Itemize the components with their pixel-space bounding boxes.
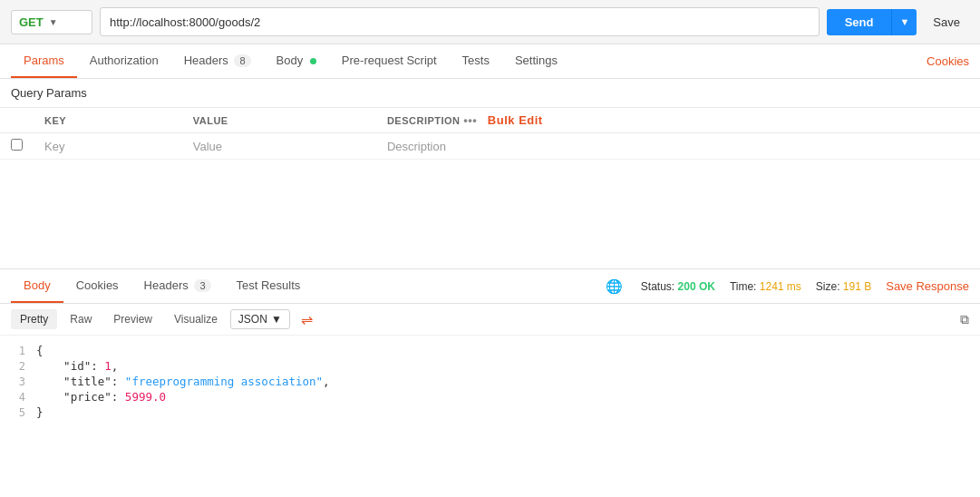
code-content-1: {: [36, 344, 44, 357]
tab-settings[interactable]: Settings: [502, 44, 570, 78]
code-line-2: 2 "id": 1,: [0, 358, 980, 374]
send-dropdown-button[interactable]: ▼: [891, 9, 917, 35]
save-button[interactable]: Save: [924, 9, 969, 35]
code-content-5: }: [36, 405, 44, 419]
params-empty-space: [0, 160, 980, 268]
query-params-label: Query Params: [0, 79, 980, 107]
th-description: DESCRIPTION ••• Bulk Edit: [376, 108, 980, 133]
code-content-4: "price": 5999.0: [36, 390, 166, 404]
copy-icon[interactable]: ⧉: [960, 312, 969, 327]
row-checkbox-cell: [0, 133, 34, 160]
body-dot: [310, 58, 316, 64]
response-tab-body[interactable]: Body: [11, 269, 63, 303]
size-label: Size: 191 B: [816, 280, 871, 293]
headers-badge: 8: [234, 54, 250, 67]
row-checkbox[interactable]: [11, 139, 23, 151]
status-label: Status: 200 OK: [641, 280, 715, 293]
fmt-tab-preview[interactable]: Preview: [104, 309, 161, 329]
response-tabs: Body Cookies Headers 3 Test Results 🌐 St…: [0, 269, 980, 304]
response-section: Body Cookies Headers 3 Test Results 🌐 St…: [0, 268, 980, 427]
row-description[interactable]: Description: [376, 133, 980, 160]
code-area: 1 { 2 "id": 1, 3 "title": "freeprogrammi…: [0, 336, 980, 427]
line-num-2: 2: [0, 360, 36, 373]
globe-icon: 🌐: [606, 278, 623, 295]
json-type-label: JSON: [238, 313, 267, 326]
response-status-area: 🌐 Status: 200 OK Time: 1241 ms Size: 191…: [606, 278, 969, 295]
send-btn-group: Send ▼: [827, 9, 917, 35]
tab-tests[interactable]: Tests: [450, 44, 502, 78]
line-num-1: 1: [0, 345, 36, 357]
tab-authorization[interactable]: Authorization: [77, 44, 171, 78]
status-value: 200 OK: [678, 280, 715, 293]
params-table: KEY VALUE DESCRIPTION ••• Bulk Edit Key …: [0, 107, 980, 160]
fmt-tab-pretty[interactable]: Pretty: [11, 309, 57, 329]
json-chevron-icon: ▼: [271, 313, 282, 326]
table-row: Key Value Description: [0, 133, 980, 160]
wrap-icon[interactable]: ⇌: [301, 311, 313, 328]
save-response-button[interactable]: Save Response: [886, 279, 969, 293]
method-chevron-icon: ▼: [49, 17, 58, 27]
code-content-3: "title": "freeprogramming association",: [36, 375, 330, 388]
more-icon[interactable]: •••: [463, 113, 477, 127]
request-tabs: Params Authorization Headers 8 Body Pre-…: [0, 44, 980, 79]
time-value: 1241 ms: [760, 280, 801, 293]
tab-params[interactable]: Params: [11, 44, 77, 78]
th-key: KEY: [34, 108, 182, 133]
json-type-select[interactable]: JSON ▼: [230, 309, 290, 329]
code-line-5: 5 }: [0, 404, 980, 420]
url-input[interactable]: [100, 7, 820, 36]
size-value: 191 B: [843, 280, 871, 293]
response-tab-headers[interactable]: Headers 3: [131, 269, 224, 303]
method-select[interactable]: GET ▼: [11, 10, 92, 34]
fmt-tab-raw[interactable]: Raw: [61, 309, 101, 329]
tab-body[interactable]: Body: [264, 44, 329, 78]
response-headers-badge: 3: [194, 279, 210, 292]
code-content-2: "id": 1,: [36, 359, 118, 373]
row-key[interactable]: Key: [34, 133, 182, 160]
top-bar: GET ▼ Send ▼ Save: [0, 0, 980, 44]
method-label: GET: [19, 15, 44, 29]
time-label: Time: 1241 ms: [730, 280, 801, 293]
th-value: VALUE: [182, 108, 376, 133]
tab-pre-request[interactable]: Pre-request Script: [329, 44, 450, 78]
format-tabs: Pretty Raw Preview Visualize JSON ▼ ⇌ ⧉: [0, 304, 980, 336]
code-line-1: 1 {: [0, 343, 980, 358]
response-tab-test-results[interactable]: Test Results: [224, 269, 314, 303]
response-tab-cookies[interactable]: Cookies: [63, 269, 131, 303]
bulk-edit-button[interactable]: Bulk Edit: [488, 113, 543, 127]
tab-headers[interactable]: Headers 8: [171, 44, 264, 78]
code-line-4: 4 "price": 5999.0: [0, 389, 980, 404]
th-checkbox: [0, 108, 34, 133]
send-button[interactable]: Send: [827, 9, 892, 35]
line-num-5: 5: [0, 406, 36, 419]
line-num-3: 3: [0, 375, 36, 388]
row-value[interactable]: Value: [182, 133, 376, 160]
cookies-button[interactable]: Cookies: [927, 45, 969, 77]
line-num-4: 4: [0, 391, 36, 404]
fmt-tab-visualize[interactable]: Visualize: [165, 309, 227, 329]
code-line-3: 3 "title": "freeprogramming association"…: [0, 374, 980, 389]
